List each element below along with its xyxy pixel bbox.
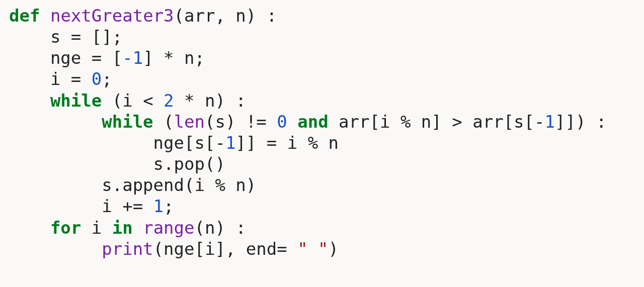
keyword-for: for bbox=[50, 218, 81, 238]
string-space: " " bbox=[297, 239, 328, 259]
lhs: nge[s[- bbox=[153, 133, 225, 153]
num-one: 1 bbox=[225, 133, 235, 153]
code-line-9: s.append(i % n) bbox=[9, 175, 256, 195]
keyword-and: and bbox=[287, 112, 329, 132]
num-neg1: -1 bbox=[122, 48, 143, 68]
semicolon: ; bbox=[164, 196, 174, 216]
func-name: nextGreater3 bbox=[50, 6, 174, 26]
keyword-while: while bbox=[102, 112, 153, 132]
builtin-range: range bbox=[143, 218, 194, 238]
keyword-while: while bbox=[50, 90, 102, 111]
semicolon: ; bbox=[102, 69, 112, 89]
num-one: 1 bbox=[545, 112, 555, 132]
code-line-4: i = 0; bbox=[9, 69, 112, 89]
code-editor: def nextGreater3(arr, n) : s = []; nge =… bbox=[0, 0, 644, 264]
code-line-8: s.pop() bbox=[9, 154, 225, 174]
open: (nge[i], end= bbox=[153, 239, 298, 259]
num-zero: 0 bbox=[92, 69, 102, 89]
stmt: s.pop() bbox=[153, 154, 225, 174]
code-line-3: nge = [-1] * n; bbox=[9, 48, 205, 68]
stmt-lhs: i = bbox=[50, 69, 92, 89]
code-line-2: s = []; bbox=[9, 27, 122, 47]
num-two: 2 bbox=[164, 90, 174, 111]
stmt-rhs: ] * n; bbox=[143, 48, 205, 68]
rest: (n) : bbox=[195, 218, 246, 238]
code-line-6: while (len(s) != 0 and arr[i % n] > arr[… bbox=[9, 112, 606, 132]
num-one: 1 bbox=[153, 196, 164, 216]
stmt-lhs: nge = [ bbox=[50, 48, 122, 68]
code-line-11: for i in range(n) : bbox=[9, 218, 246, 238]
mid: (s) != bbox=[205, 112, 277, 132]
code-line-1: def nextGreater3(arr, n) : bbox=[9, 6, 277, 26]
stmt: s.append(i % n) bbox=[102, 175, 256, 195]
params: (arr, n) : bbox=[174, 6, 277, 26]
code-line-10: i += 1; bbox=[9, 196, 174, 216]
stmt: s = []; bbox=[50, 27, 122, 47]
keyword-in: in bbox=[112, 218, 133, 238]
keyword-def: def bbox=[9, 6, 40, 26]
builtin-len: len bbox=[174, 112, 205, 132]
end: ]]) : bbox=[555, 112, 606, 132]
close: ) bbox=[329, 239, 339, 259]
cond-open: (i < bbox=[102, 90, 164, 111]
code-line-5: while (i < 2 * n) : bbox=[9, 90, 246, 111]
code-line-12: print(nge[i], end= " ") bbox=[9, 239, 339, 259]
mid: i bbox=[81, 218, 112, 238]
space bbox=[133, 218, 143, 238]
rhs: ]] = i % n bbox=[235, 133, 339, 153]
builtin-print: print bbox=[102, 239, 153, 259]
open-paren: ( bbox=[153, 112, 174, 132]
tail: arr[i % n] > arr[s[- bbox=[329, 112, 545, 132]
cond-rest: * n) : bbox=[174, 90, 246, 111]
num-zero: 0 bbox=[277, 112, 287, 132]
code-line-7: nge[s[-1]] = i % n bbox=[9, 133, 339, 153]
lhs: i += bbox=[102, 196, 153, 216]
